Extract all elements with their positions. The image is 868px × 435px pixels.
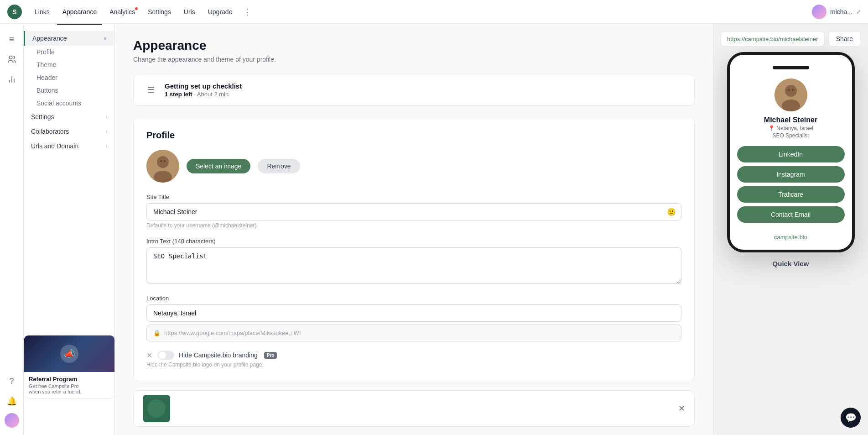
pro-badge: Pro [264,352,277,359]
checklist-icon: ☰ [143,82,159,98]
phone-mockup: Michael Steiner 📍 Netanya, Israel SEO Sp… [727,52,855,252]
site-title-label: Site Title [146,194,681,200]
location-group: Location 🔒 https://www.google.com/maps/p… [146,295,681,341]
sidebar-icon-notification[interactable]: 🔔 [4,393,20,409]
phone-brand: campsite.bio [774,234,807,241]
checklist-time: About 2 min [197,91,229,98]
nav-item-upgrade[interactable]: Upgrade [203,5,238,18]
checklist-text: Getting set up checklist 1 step left · A… [165,82,685,98]
phone-location: 📍 Netanya, Israel [768,125,813,131]
analytics-notification-dot [135,7,138,10]
checklist-meta: 1 step left · About 2 min [165,91,685,98]
hide-branding-hint: Hide the Campsite.bio logo on your profi… [146,362,681,368]
hide-branding-label: Hide Campsite.bio branding [179,351,258,359]
nav-header[interactable]: Header [24,71,114,84]
select-image-button[interactable]: Select an image [187,159,250,173]
sidebar-icon-users[interactable] [4,51,20,68]
emoji-picker-icon[interactable]: 🙂 [667,208,676,216]
sidebar-bottom: ? 🔔 [4,373,20,428]
referral-banner: 📣 [24,335,114,372]
svg-point-12 [785,85,797,97]
sidebar-icon-links[interactable]: ≡ [4,31,20,47]
remove-image-button[interactable]: Remove [258,159,300,173]
chat-button[interactable]: 💬 [841,408,861,428]
nav-item-analytics[interactable]: Analytics [104,5,140,18]
nav-profile[interactable]: Profile [24,46,114,58]
sidebar-user-avatar[interactable] [5,413,19,428]
nav-urls-domain[interactable]: Urls and Domain › [24,139,114,153]
phone-btn-contact-email[interactable]: Contact Email [737,206,845,223]
referral-cta: Get free Campsite Pro when you refer a f… [29,383,110,394]
settings-chevron: › [105,114,107,120]
nav-item-urls[interactable]: Urls [178,5,201,18]
nav-collaborators[interactable]: Collaborators › [24,124,114,139]
svg-point-7 [160,160,162,162]
nav-item-appearance[interactable]: Appearance [57,5,103,18]
svg-point-14 [788,89,790,91]
page-subtitle: Change the appearance and theme of your … [133,56,695,63]
hide-branding-toggle[interactable] [158,351,174,360]
profile-section: Profile Select an image Remove Sit [133,117,695,381]
intro-text-label: Intro Text (140 characters) [146,238,681,245]
share-button[interactable]: Share [828,31,861,47]
location-label: Location [146,295,681,302]
top-navigation: S Links Appearance Analytics Settings Ur… [0,0,868,24]
toggle-row: ✕ Hide Campsite.bio branding Pro [146,351,681,360]
phone-bio: SEO Specialist [772,132,809,139]
sidebar-icon-help[interactable]: ? [4,373,20,389]
nav-theme[interactable]: Theme [24,58,114,71]
profile-avatar [146,150,179,183]
toggle-x-icon: ✕ [146,351,152,360]
nav-right: micha... ⤢ [812,5,861,19]
sidebar-icon-analytics[interactable] [4,71,20,88]
profile-title: Profile [146,130,681,141]
intro-text-group: Intro Text (140 characters) SEO Speciali… [146,238,681,286]
profile-image-row: Select an image Remove [146,150,681,183]
user-avatar[interactable] [812,5,826,19]
nav-social-accounts[interactable]: Social accounts [24,97,114,110]
location-input[interactable] [146,304,681,322]
lock-icon: 🔒 [153,330,161,336]
main-layout: ≡ ? 🔔 Appearance ∨ Profile [0,24,868,435]
phone-btn-linkedin[interactable]: LinkedIn [737,146,845,162]
app-logo[interactable]: S [7,5,22,19]
svg-point-10 [147,399,166,418]
preview-url-bar: https://campsite.bio/michaelsteiner Shar… [721,31,861,47]
page-title: Appearance [133,38,695,53]
content-area: Appearance Change the appearance and the… [115,24,713,435]
nav-appearance[interactable]: Appearance ∨ [24,31,114,46]
referral-text: Referral Program Get free Campsite Pro w… [24,372,114,398]
svg-point-5 [157,156,169,168]
phone-btn-traficare[interactable]: Traficare [737,186,845,203]
nav-settings[interactable]: Settings › [24,110,114,124]
nav-buttons[interactable]: Buttons [24,84,114,97]
location-url-row: 🔒 https://www.google.com/maps/place/Milw… [146,325,681,341]
toggle-knob [159,351,166,359]
nav-item-settings[interactable]: Settings [142,5,177,18]
hide-branding-group: ✕ Hide Campsite.bio branding Pro Hide th… [146,351,681,368]
left-sidebar: ≡ ? 🔔 [0,24,24,435]
checklist-title: Getting set up checklist [165,82,685,90]
referral-title: Referral Program [29,376,110,383]
location-url: https://www.google.com/maps/place/Milwau… [164,330,301,336]
nav-links: Links Appearance Analytics Settings Urls… [29,4,812,20]
site-title-group: Site Title 🙂 Defaults to your username (… [146,194,681,229]
expand-icon: ⤢ [856,9,861,15]
appearance-chevron: ∨ [103,35,107,42]
nav-more-button[interactable]: ⋮ [239,4,255,20]
urls-domain-chevron: › [105,143,107,149]
close-bottom-icon[interactable]: ✕ [678,404,685,414]
phone-profile-avatar [774,79,807,111]
referral-card[interactable]: 📣 Referral Program Get free Campsite Pro… [24,335,115,398]
checklist-banner[interactable]: ☰ Getting set up checklist 1 step left ·… [133,74,695,106]
site-title-wrapper: 🙂 [146,203,681,220]
steps-left: 1 step left [165,91,192,98]
phone-btn-instagram[interactable]: Instagram [737,166,845,183]
username-label: micha... [830,8,852,16]
phone-profile-name: Michael Steiner [764,116,817,124]
phone-notch [773,66,809,69]
nav-item-links[interactable]: Links [29,5,55,18]
site-title-input[interactable] [146,203,681,220]
image-section: ✕ [133,390,695,427]
intro-text-input[interactable]: SEO Specialist [146,247,681,284]
